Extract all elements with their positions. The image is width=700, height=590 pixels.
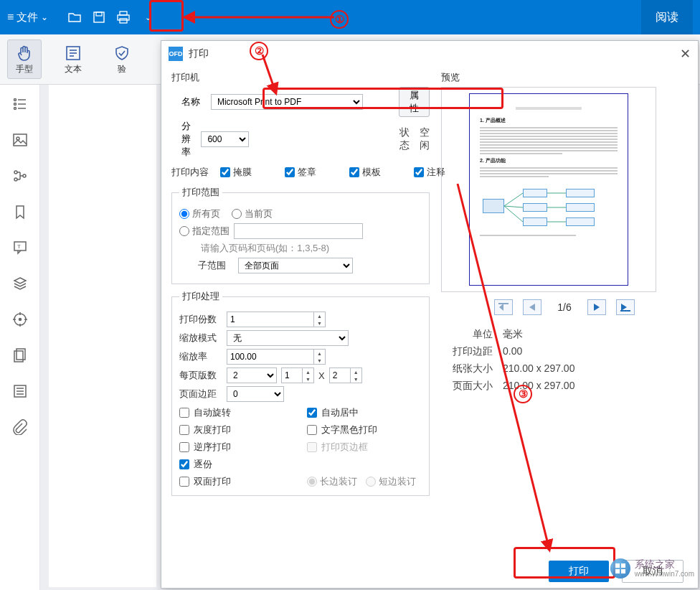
svg-point-11 — [14, 103, 16, 106]
bookmark-icon[interactable] — [12, 204, 28, 220]
black-text-checkbox[interactable]: 文字黑色打印 — [307, 423, 422, 436]
print-button[interactable]: 打印 — [549, 561, 609, 582]
svg-rect-41 — [620, 310, 630, 312]
collate-checkbox[interactable]: 逐份 — [179, 458, 294, 471]
mask-checkbox[interactable]: 掩膜 — [220, 166, 252, 179]
left-sidebar: T — [0, 85, 40, 590]
preview-diagram — [480, 184, 618, 230]
svg-rect-47 — [615, 569, 620, 573]
last-page-button[interactable] — [616, 299, 635, 315]
perpage-a-spinner[interactable]: ▲▼ — [281, 367, 314, 383]
subrange-select[interactable]: 全部页面 — [238, 258, 353, 273]
perpage-x: X — [318, 370, 325, 381]
paper-size-label: 纸张大小 — [441, 362, 493, 375]
first-page-button[interactable] — [494, 299, 513, 315]
resolution-select[interactable]: 600 — [201, 131, 249, 147]
file-menu[interactable]: 文件 — [16, 11, 38, 24]
content-label: 打印内容 — [171, 166, 214, 179]
margin-label: 页面边距 — [179, 388, 222, 401]
preview-page: 1. 产品概述 2. 产品功能 — [469, 93, 628, 286]
preview-area: 1. 产品概述 2. 产品功能 — [441, 87, 656, 292]
duplex-checkbox[interactable]: 双面打印 — [179, 475, 294, 488]
text-tool[interactable]: 文本 — [56, 43, 90, 75]
page-size-label: 页面大小 — [441, 380, 493, 393]
svg-rect-48 — [621, 569, 625, 573]
app-topbar: ≡ 文件 ⌄ ⌄ 阅读 — [0, 0, 700, 34]
print-margin-label: 打印边距 — [441, 345, 493, 358]
print-border-checkbox: 打印页边框 — [307, 441, 422, 454]
save-icon[interactable] — [91, 9, 107, 25]
more-caret-icon[interactable]: ⌄ — [140, 9, 156, 25]
prev-page-button[interactable] — [523, 299, 541, 315]
print-icon[interactable] — [115, 9, 131, 25]
ofd-badge-icon: OFD — [169, 47, 183, 61]
image-icon[interactable] — [12, 132, 28, 148]
status-label: 状态 — [399, 126, 410, 152]
unit-value: 毫米 — [503, 328, 523, 341]
svg-rect-0 — [94, 12, 104, 22]
scale-ratio-spinner[interactable]: ▲▼ — [227, 349, 326, 365]
custom-range-radio[interactable]: 指定范围 — [179, 225, 230, 238]
dialog-titlebar: OFD 打印 ✕ — [161, 41, 698, 67]
svg-point-13 — [14, 108, 16, 110]
file-menu-caret-icon[interactable]: ⌄ — [41, 12, 48, 22]
watermark-url: www.Winwin7.com — [635, 570, 694, 578]
form-icon[interactable] — [12, 383, 28, 399]
paper-size-value: 210.00 x 297.00 — [503, 362, 574, 375]
preview-pager: 1/6 — [441, 299, 688, 315]
perpage-label: 每页版数 — [179, 369, 222, 382]
process-legend: 打印处理 — [179, 290, 222, 303]
link-icon[interactable] — [12, 168, 28, 184]
layers-icon[interactable] — [12, 276, 28, 291]
all-pages-radio[interactable]: 所有页 — [179, 207, 220, 220]
dialog-title: 打印 — [189, 47, 209, 60]
hamburger-icon[interactable]: ≡ — [7, 11, 14, 24]
read-tab[interactable]: 阅读 — [641, 0, 693, 34]
auto-rotate-checkbox[interactable]: 自动旋转 — [179, 406, 294, 419]
svg-line-36 — [504, 206, 523, 222]
unit-label: 单位 — [441, 328, 493, 341]
svg-rect-4 — [120, 19, 127, 23]
pages-icon[interactable] — [12, 347, 28, 363]
gray-print-checkbox[interactable]: 灰度打印 — [179, 423, 294, 436]
short-bind-radio[interactable]: 短边装订 — [366, 475, 416, 488]
scale-ratio-label: 缩放率 — [179, 350, 222, 363]
perpage-b-spinner[interactable]: ▲▼ — [329, 367, 362, 383]
perpage-main-select[interactable]: 2 — [227, 367, 277, 383]
close-icon[interactable]: ✕ — [680, 46, 691, 62]
verify-tool[interactable]: 验 — [105, 43, 139, 75]
next-page-button[interactable] — [587, 299, 606, 315]
reverse-print-checkbox[interactable]: 逆序打印 — [179, 441, 294, 454]
attachment-icon[interactable] — [12, 419, 28, 435]
copies-label: 打印份数 — [179, 313, 222, 326]
auto-center-checkbox[interactable]: 自动居中 — [307, 406, 422, 419]
text-tool-label: 文本 — [65, 63, 82, 75]
long-bind-radio[interactable]: 长边装订 — [307, 475, 357, 488]
print-dialog: OFD 打印 ✕ 打印机 名称 Microsoft Print to PDF 属… — [161, 40, 699, 589]
svg-point-9 — [14, 99, 16, 101]
properties-button[interactable]: 属性 — [399, 87, 430, 117]
scale-mode-select[interactable]: 无 — [227, 330, 349, 346]
comment-icon[interactable]: T — [12, 240, 28, 256]
margin-select[interactable]: 0 — [227, 386, 284, 402]
printer-section: 打印机 名称 Microsoft Print to PDF 属性 分辨率 600… — [171, 71, 430, 179]
printer-select[interactable]: Microsoft Print to PDF — [211, 94, 363, 110]
custom-range-input[interactable] — [234, 223, 363, 239]
preview-info: 单位毫米 打印边距0.00 纸张大小210.00 x 297.00 页面大小21… — [441, 324, 688, 397]
hand-tool[interactable]: 手型 — [7, 39, 42, 79]
copies-spinner[interactable]: ▲▼ — [227, 312, 326, 327]
open-icon[interactable] — [67, 9, 82, 25]
hand-tool-label: 手型 — [16, 63, 33, 75]
subrange-label: 子范围 — [198, 259, 234, 272]
svg-line-34 — [504, 193, 523, 206]
preview-h1: 1. 产品概述 — [480, 117, 618, 124]
target-icon[interactable] — [12, 312, 28, 327]
outline-icon[interactable] — [12, 96, 28, 112]
document-page — [49, 85, 156, 587]
template-checkbox[interactable]: 模板 — [349, 166, 381, 179]
svg-point-17 — [14, 171, 17, 174]
page-size-value: 210.00 x 297.00 — [503, 380, 574, 393]
signature-checkbox[interactable]: 签章 — [285, 166, 316, 179]
svg-point-23 — [19, 319, 21, 321]
current-page-radio[interactable]: 当前页 — [232, 207, 273, 220]
